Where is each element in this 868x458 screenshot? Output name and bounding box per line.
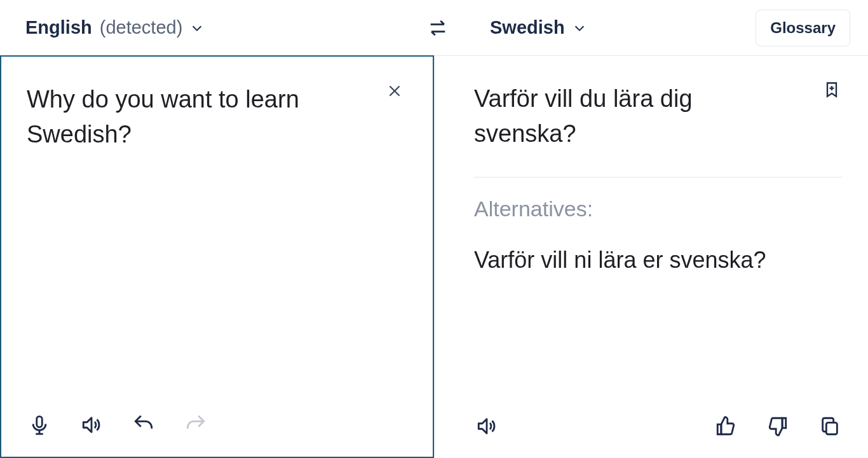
chevron-down-icon (573, 21, 587, 35)
target-panel: Varför vill du lära dig svenska? Alterna… (434, 56, 868, 458)
thumbs-up-button[interactable] (713, 413, 738, 439)
source-panel: Why do you want to learn Swedish? (0, 55, 434, 458)
translation-panels: Why do you want to learn Swedish? (0, 56, 868, 458)
language-bar: English (detected) Swedish Glossary (0, 0, 868, 56)
chevron-down-icon (190, 21, 204, 35)
thumbs-up-icon (715, 415, 736, 437)
source-toolbar (27, 408, 407, 441)
alternatives-label: Alternatives: (474, 197, 843, 221)
source-language-suffix: (detected) (100, 17, 183, 38)
undo-button[interactable] (131, 412, 156, 438)
target-language-select[interactable]: Swedish (451, 17, 587, 38)
redo-button (183, 412, 208, 438)
translation-output[interactable]: Varför vill du lära dig svenska? (474, 81, 843, 151)
target-bar-right: Swedish Glossary (451, 10, 850, 46)
divider (474, 177, 843, 177)
bookmark-add-icon (823, 81, 841, 99)
copy-icon (819, 415, 841, 437)
glossary-button[interactable]: Glossary (756, 10, 850, 46)
listen-target-button[interactable] (474, 413, 499, 439)
source-language-select[interactable]: English (detected) (25, 17, 204, 38)
undo-icon (133, 414, 154, 436)
swap-languages-button[interactable] (425, 15, 451, 41)
target-language-label: Swedish (490, 17, 565, 38)
speaker-icon (476, 415, 498, 437)
thumbs-down-button[interactable] (765, 413, 790, 439)
redo-icon (185, 414, 207, 436)
swap-icon (427, 17, 449, 39)
alternative-translation[interactable]: Varför vill ni lära er svenska? (474, 247, 843, 274)
thumbs-down-icon (767, 415, 789, 437)
header-tools: Glossary (756, 10, 850, 46)
close-icon (386, 83, 403, 99)
source-text-input[interactable]: Why do you want to learn Swedish? (27, 82, 407, 152)
svg-marker-10 (478, 419, 487, 434)
speaker-icon (81, 414, 102, 436)
copy-button[interactable] (817, 413, 843, 439)
clear-source-button[interactable] (383, 80, 406, 102)
svg-rect-4 (37, 417, 43, 427)
source-language-label: English (25, 17, 92, 38)
target-toolbar (474, 410, 843, 443)
save-translation-button[interactable] (821, 79, 843, 101)
svg-rect-11 (826, 422, 837, 434)
microphone-button[interactable] (27, 412, 52, 438)
microphone-icon (29, 414, 50, 436)
svg-marker-7 (83, 418, 92, 433)
listen-source-button[interactable] (79, 412, 104, 438)
